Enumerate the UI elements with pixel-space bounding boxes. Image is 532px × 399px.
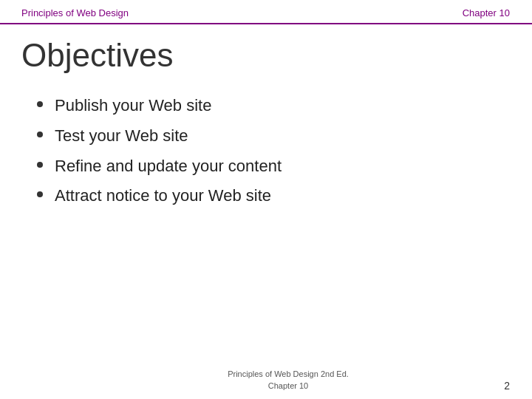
header-chapter-right: Chapter 10: [463, 7, 510, 18]
bullet-dot: [37, 101, 43, 107]
bullet-text: Publish your Web site: [55, 95, 211, 117]
bullet-dot: [37, 162, 43, 168]
list-item: Refine and update your content: [37, 156, 510, 177]
slide-header: Principles of Web Design Chapter 10: [0, 0, 532, 24]
bullet-text: Attract notice to your Web site: [55, 185, 271, 207]
bullet-list: Publish your Web site Test your Web site…: [37, 95, 510, 206]
footer-line2: Chapter 10: [268, 381, 308, 390]
slide-footer: Principles of Web Design 2nd Ed. Chapter…: [0, 369, 532, 392]
list-item: Attract notice to your Web site: [37, 185, 510, 207]
list-item: Test your Web site: [37, 126, 510, 147]
bullet-dot: [37, 132, 43, 137]
slide: Principles of Web Design Chapter 10 Obje…: [0, 0, 532, 399]
footer-line1: Principles of Web Design 2nd Ed.: [228, 369, 349, 378]
bullet-text: Test your Web site: [55, 126, 188, 147]
bullet-text: Refine and update your content: [55, 156, 282, 177]
title-section: Objectives: [0, 24, 532, 73]
slide-title: Objectives: [21, 38, 510, 73]
bullet-dot: [37, 191, 43, 197]
page-number: 2: [488, 380, 510, 392]
header-title-left: Principles of Web Design: [21, 7, 129, 18]
content-section: Publish your Web site Test your Web site…: [0, 73, 532, 206]
list-item: Publish your Web site: [37, 95, 510, 117]
footer-center: Principles of Web Design 2nd Ed. Chapter…: [89, 369, 488, 392]
